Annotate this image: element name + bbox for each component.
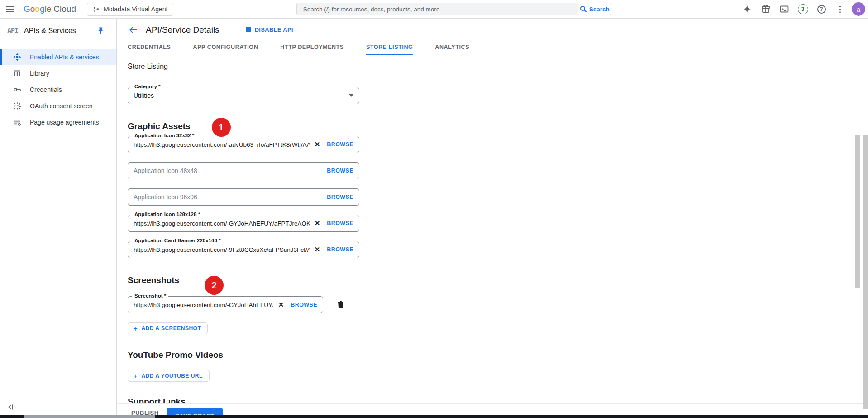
- annotation-badge-1: 1: [212, 118, 231, 137]
- delete-screenshot-icon[interactable]: [337, 300, 345, 309]
- tab-store-listing[interactable]: STORE LISTING: [366, 41, 413, 55]
- application-icon-96-field[interactable]: Application Icon 96x96 BROWSE: [128, 188, 359, 206]
- browse-button[interactable]: BROWSE: [325, 168, 353, 174]
- gift-icon[interactable]: [757, 0, 774, 18]
- field-label: Application Icon 32x32 *: [132, 133, 196, 138]
- pin-icon[interactable]: [92, 22, 109, 39]
- more-vert-icon[interactable]: [831, 0, 849, 18]
- field-value[interactable]: https://lh3.googleusercontent.com/-advUb…: [134, 141, 310, 148]
- cloud-shell-icon[interactable]: [776, 0, 793, 18]
- sidebar-item-enabled-apis[interactable]: Enabled APIs & services: [0, 49, 116, 65]
- field-value[interactable]: https://lh3.googleusercontent.com/-9Fzt8…: [134, 246, 310, 253]
- tab-credentials[interactable]: CREDENTIALS: [128, 41, 171, 55]
- top-bar: G o o g l e Cloud Motadata Virtual Agent…: [0, 0, 868, 19]
- browse-button[interactable]: BROWSE: [289, 302, 317, 308]
- horizontal-scrollbar-thumb[interactable]: [24, 415, 155, 418]
- search-input[interactable]: [296, 3, 578, 15]
- menu-icon[interactable]: [2, 0, 19, 18]
- sidebar-item-label: Library: [30, 70, 49, 77]
- annotation-badge-2: 2: [205, 276, 224, 295]
- notifications-badge[interactable]: 3: [794, 0, 811, 18]
- screenshots-heading: Screenshots 2: [128, 274, 868, 286]
- field-value[interactable]: https://lh3.googleusercontent.com/-GYJoH…: [134, 220, 310, 227]
- sidebar-header: API APIs & Services: [0, 19, 116, 43]
- search-area: Search: [173, 3, 734, 15]
- sidebar-item-label: Credentials: [30, 86, 62, 93]
- category-select[interactable]: Category * Utilities: [128, 87, 359, 104]
- logo-cloud-text: Cloud: [53, 4, 76, 14]
- tab-http-deployments[interactable]: HTTP DEPLOYMENTS: [280, 41, 344, 55]
- application-icon-128-field[interactable]: Application Icon 128x128 * https://lh3.g…: [128, 215, 359, 232]
- browse-button[interactable]: BROWSE: [325, 220, 353, 226]
- clear-icon[interactable]: [310, 140, 325, 149]
- project-selector-button[interactable]: Motadata Virtual Agent: [87, 3, 173, 16]
- add-youtube-url-button[interactable]: ADD A YOUTUBE URL: [128, 370, 210, 382]
- screenshots-title: Screenshots: [128, 275, 179, 285]
- three-dots-glyph: [839, 9, 841, 10]
- field-row: Application Icon 96x96 BROWSE: [128, 188, 868, 206]
- clear-icon[interactable]: [273, 301, 289, 309]
- logo-letter: o: [35, 4, 40, 14]
- account-avatar[interactable]: a: [852, 2, 865, 16]
- page-title: API/Service Details: [146, 25, 219, 35]
- sidebar-item-label: OAuth consent screen: [30, 102, 93, 110]
- sidebar-item-label: Page usage agreements: [30, 119, 99, 126]
- logo-letter: G: [24, 4, 30, 14]
- back-arrow-icon[interactable]: [124, 21, 142, 39]
- notifications-count: 3: [798, 4, 808, 14]
- collapse-sidebar-icon[interactable]: [7, 404, 14, 413]
- browse-button[interactable]: BROWSE: [325, 246, 353, 253]
- browse-button[interactable]: BROWSE: [325, 141, 353, 148]
- field-label: Application Icon 128x128 *: [132, 211, 202, 217]
- category-value: Utilities: [134, 92, 349, 99]
- hamburger-bars: [6, 9, 14, 10]
- graphic-assets-title: Graphic Assets: [128, 121, 191, 131]
- agreements-icon: [13, 118, 21, 126]
- tab-bar: CREDENTIALS APP CONFIGURATION HTTP DEPLO…: [117, 41, 868, 55]
- add-youtube-label: ADD A YOUTUBE URL: [141, 373, 202, 379]
- add-screenshot-label: ADD A SCREENSHOT: [141, 325, 201, 332]
- application-icon-48-field[interactable]: Application Icon 48x48 BROWSE: [128, 162, 359, 179]
- tab-app-configuration[interactable]: APP CONFIGURATION: [193, 41, 258, 55]
- application-card-banner-field[interactable]: Application Card Banner 220x140 * https:…: [128, 241, 359, 258]
- youtube-promo-heading: YouTube Promo Videos: [128, 349, 868, 361]
- disable-api-button[interactable]: DISABLE API: [246, 26, 293, 33]
- store-listing-page: Store Listing Category * Utilities Graph…: [117, 62, 868, 408]
- field-row: Application Icon 128x128 * https://lh3.g…: [128, 215, 868, 232]
- clear-icon[interactable]: [310, 245, 325, 254]
- divider: [117, 76, 868, 76]
- field-placeholder[interactable]: Application Icon 48x48: [134, 167, 325, 174]
- sidebar-item-page-usage-agreements[interactable]: Page usage agreements: [0, 114, 116, 130]
- application-icon-32-field[interactable]: Application Icon 32x32 * https://lh3.goo…: [128, 136, 359, 153]
- search-icon: [580, 5, 587, 13]
- screenshot-field[interactable]: Screenshot * https://lh3.googleuserconte…: [128, 296, 323, 313]
- search-button[interactable]: Search: [578, 3, 611, 15]
- field-row: Application Icon 32x32 * https://lh3.goo…: [128, 136, 868, 153]
- sidebar: API APIs & Services Enabled APIs & servi…: [0, 19, 117, 418]
- plus-icon: [133, 325, 138, 332]
- question-mark-glyph: ?: [817, 5, 826, 14]
- youtube-promo-title: YouTube Promo Videos: [128, 350, 223, 360]
- logo-letter: o: [30, 4, 35, 14]
- sidebar-item-library[interactable]: Library: [0, 65, 116, 82]
- browse-button[interactable]: BROWSE: [325, 194, 353, 200]
- clear-icon[interactable]: [310, 219, 325, 227]
- tab-analytics[interactable]: ANALYTICS: [435, 41, 469, 55]
- content-header: API/Service Details DISABLE API: [117, 19, 868, 41]
- search-button-label: Search: [589, 6, 610, 13]
- graphic-assets-heading: Graphic Assets 1: [128, 120, 868, 132]
- disable-api-label: DISABLE API: [255, 26, 293, 33]
- field-value[interactable]: https://lh3.googleusercontent.com/-GYJoH…: [134, 302, 273, 308]
- enabled-apis-icon: [13, 53, 21, 61]
- search-box: Search: [296, 3, 611, 15]
- content-scrollbar[interactable]: [855, 135, 860, 288]
- field-placeholder[interactable]: Application Icon 96x96: [134, 193, 325, 201]
- sidebar-item-oauth-consent[interactable]: OAuth consent screen: [0, 98, 116, 114]
- sidebar-item-credentials[interactable]: Credentials: [0, 82, 116, 98]
- help-icon[interactable]: ?: [813, 0, 830, 18]
- browser-scrollbar[interactable]: [863, 135, 868, 409]
- project-name-label: Motadata Virtual Agent: [104, 5, 167, 13]
- add-screenshot-button[interactable]: ADD A SCREENSHOT: [128, 322, 208, 334]
- gemini-sparkle-icon[interactable]: [739, 0, 756, 18]
- logo-letter: g: [40, 4, 45, 14]
